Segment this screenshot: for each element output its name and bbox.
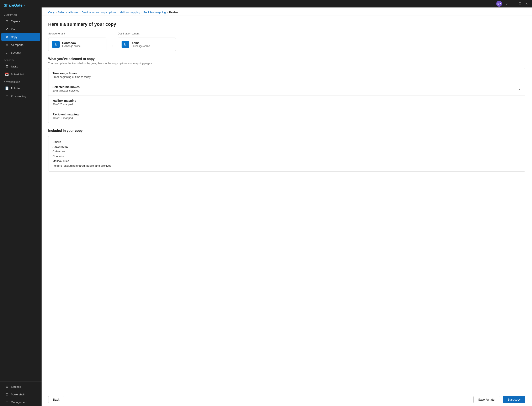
tasks-icon: ☰ (5, 65, 9, 68)
plan-icon: ↗ (5, 27, 9, 31)
summary-card: Time range filters From beginning of tim… (48, 68, 525, 123)
maximize-button[interactable]: ❐ (517, 1, 523, 7)
save-for-later-button[interactable]: Save for later (473, 396, 500, 403)
breadcrumb-mailbox-mapping[interactable]: Mailbox mapping (120, 11, 140, 14)
migration-section-label: MIGRATION (0, 11, 42, 17)
help-button[interactable]: ? (504, 1, 510, 7)
included-title: Included in your copy (48, 129, 525, 133)
destination-tenant-info: Acme Exchange online (132, 41, 150, 48)
activity-section-label: ACTIVITY (0, 57, 42, 63)
sidebar-item-management[interactable]: ⊡ Management (1, 398, 40, 406)
management-icon: ⊡ (5, 400, 9, 404)
sidebar-item-label: All reports (11, 44, 23, 46)
close-button[interactable]: ✕ (524, 1, 530, 7)
mailbox-mapping-sub: 20 of 20 mapped (52, 103, 521, 106)
all-reports-icon: ▤ (5, 43, 9, 47)
sidebar: ShareGate· MIGRATION ⊙ Explore ↗ Plan ⧉ … (0, 0, 42, 406)
included-card: Emails Attachments Calendars Contacts Ma… (48, 136, 525, 172)
footer-bar: Back Save for later Start copy (42, 393, 532, 406)
sidebar-item-label: Policies (11, 87, 21, 90)
breadcrumb-review: Review (169, 11, 179, 14)
sidebar-item-copy[interactable]: ⧉ Copy (1, 33, 40, 41)
included-item-attachments: Attachments (52, 144, 521, 149)
selected-mailboxes-row[interactable]: Selected mailboxes 20 mailboxes selected… (48, 82, 525, 96)
breadcrumb-select-mailboxes[interactable]: Select mailboxes (58, 11, 78, 14)
page-body: Here's a summary of your copy Source ten… (42, 16, 532, 393)
titlebar: MV ? — ❐ ✕ (42, 0, 532, 7)
tenants-row: Source tenant E ContosoA Exchange online… (48, 32, 525, 51)
destination-tenant-label: Destination tenant (118, 32, 176, 35)
provisioning-icon: ⊞ (5, 94, 9, 98)
mailbox-mapping-row: Mailbox mapping 20 of 20 mapped (48, 96, 525, 109)
sidebar-item-security[interactable]: 🛡 Security (1, 49, 40, 56)
recipient-mapping-row: Recipient mapping 10 of 10 mapped (48, 109, 525, 123)
source-tenant-sub: Exchange online (62, 45, 81, 48)
sidebar-item-tasks[interactable]: ☰ Tasks (1, 63, 40, 70)
sidebar-item-label: Copy (11, 36, 17, 39)
back-button[interactable]: Back (48, 396, 64, 403)
breadcrumb-sep-5: › (167, 11, 168, 14)
time-range-title: Time range filters (52, 72, 521, 75)
settings-icon: ⚙ (5, 385, 9, 389)
sidebar-item-provisioning[interactable]: ⊞ Provisioning (1, 92, 40, 100)
included-item-calendars: Calendars (52, 149, 521, 154)
source-tenant-name: ContosoA (62, 41, 81, 45)
sidebar-item-settings[interactable]: ⚙ Settings (1, 383, 40, 391)
included-item-contacts: Contacts (52, 154, 521, 159)
breadcrumb-recipient-mapping[interactable]: Recipient mapping (143, 11, 166, 14)
destination-exchange-icon: E (122, 41, 129, 48)
powershell-icon: ⬡ (5, 392, 9, 396)
selected-mailboxes-text: Selected mailboxes 20 mailboxes selected (52, 85, 80, 92)
breadcrumb: Copy › Select mailboxes › Destination an… (42, 7, 532, 16)
included-item-folders: Folders (excluding shared, public, and a… (52, 163, 521, 168)
sidebar-item-scheduled[interactable]: 📅 Scheduled (1, 71, 40, 78)
sidebar-item-policies[interactable]: 📄 Policies (1, 85, 40, 92)
sidebar-item-plan[interactable]: ↗ Plan (1, 25, 40, 33)
destination-tenant-sub: Exchange online (132, 45, 150, 48)
sidebar-item-label: Provisioning (11, 95, 26, 98)
time-range-sub: From beginning of time to today (52, 75, 521, 79)
breadcrumb-destination-copy-options[interactable]: Destination and copy options (82, 11, 116, 14)
breadcrumb-sep-3: › (118, 11, 119, 14)
sidebar-bottom: ⚙ Settings ⬡ Powershell ⊡ Management (0, 381, 42, 406)
content-area: Copy › Select mailboxes › Destination an… (42, 7, 532, 406)
source-tenant-card: E ContosoA Exchange online (48, 37, 106, 51)
app-logo: ShareGate· (0, 0, 42, 11)
recipient-mapping-sub: 10 of 10 mapped (52, 116, 521, 120)
minimize-button[interactable]: — (510, 1, 516, 7)
what-selected-title: What you've selected to copy (48, 57, 525, 61)
selected-mailboxes-header: Selected mailboxes 20 mailboxes selected… (52, 85, 521, 92)
sidebar-item-all-reports[interactable]: ▤ All reports (1, 41, 40, 49)
recipient-mapping-title: Recipient mapping (52, 113, 521, 116)
main-content: MV ? — ❐ ✕ Copy › Select mailboxes › Des… (42, 0, 532, 406)
explore-icon: ⊙ (5, 19, 9, 23)
sidebar-item-powershell[interactable]: ⬡ Powershell (1, 391, 40, 398)
mailbox-mapping-title: Mailbox mapping (52, 99, 521, 102)
logo-text: ShareGate (4, 3, 22, 8)
footer-right: Save for later Start copy (473, 396, 525, 403)
selected-mailboxes-title: Selected mailboxes (52, 85, 80, 89)
selected-mailboxes-sub: 20 mailboxes selected (52, 89, 80, 92)
included-item-mailbox-rules: Mailbox rules (52, 159, 521, 163)
source-exchange-icon: E (52, 41, 60, 48)
sidebar-item-explore[interactable]: ⊙ Explore (1, 17, 40, 25)
scheduled-icon: 📅 (5, 72, 9, 76)
source-tenant-info: ContosoA Exchange online (62, 41, 81, 48)
sidebar-item-label: Security (11, 51, 21, 54)
sidebar-item-label: Tasks (11, 65, 18, 68)
breadcrumb-sep-1: › (56, 11, 57, 14)
breadcrumb-sep-2: › (80, 11, 80, 14)
breadcrumb-sep-4: › (141, 11, 142, 14)
breadcrumb-copy[interactable]: Copy (48, 11, 54, 14)
destination-tenant-name: Acme (132, 41, 150, 45)
copy-icon: ⧉ (5, 35, 9, 39)
logo-symbol: · (24, 3, 25, 8)
destination-tenant-block: Destination tenant E Acme Exchange onlin… (118, 32, 176, 51)
start-copy-button[interactable]: Start copy (503, 396, 525, 403)
sidebar-item-label: Powershell (11, 393, 24, 396)
tenant-arrow: → (106, 32, 118, 51)
avatar: MV (496, 1, 502, 7)
sidebar-item-label: Plan (11, 28, 16, 31)
included-section: Included in your copy Emails Attachments… (48, 129, 525, 172)
shield-icon: 🛡 (5, 51, 9, 54)
